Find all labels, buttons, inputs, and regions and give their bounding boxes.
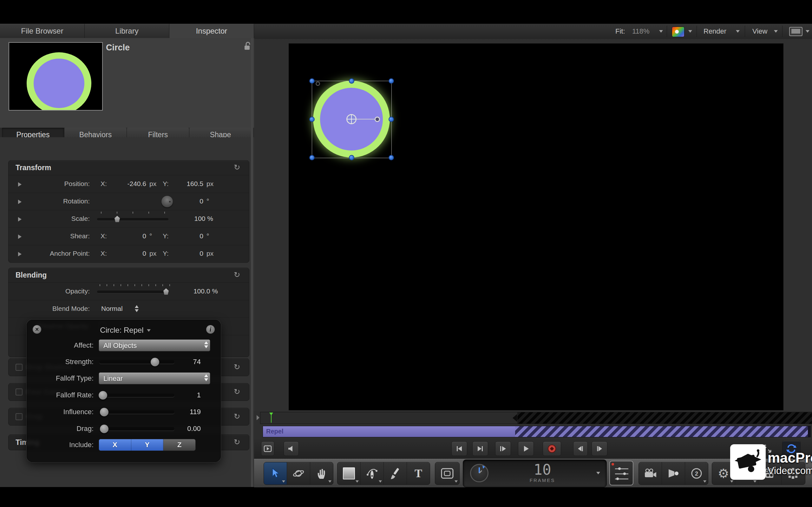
shear-x-value[interactable]: 0 xyxy=(109,232,146,240)
opacity-value[interactable]: 100.0 % xyxy=(167,287,218,295)
include-y-button[interactable]: Y xyxy=(131,439,164,451)
render-menu[interactable]: Render xyxy=(704,27,726,36)
play-range-end-marker[interactable] xyxy=(513,414,517,422)
tab-inspector[interactable]: Inspector xyxy=(169,24,254,38)
transform-header: Transform ↺ xyxy=(9,161,249,175)
falloff-type-dropdown[interactable]: Linear xyxy=(99,372,210,384)
chevron-down-icon[interactable] xyxy=(596,472,600,474)
drag-slider-knob[interactable] xyxy=(100,425,108,433)
anchor-point-handle[interactable] xyxy=(346,114,357,124)
falloff-rate-slider-knob[interactable] xyxy=(99,391,107,400)
timing-reset-icon[interactable]: ↺ xyxy=(234,438,240,447)
tab-library[interactable]: Library xyxy=(85,24,169,38)
crop-reset-icon[interactable]: ↺ xyxy=(234,412,240,421)
window-layout-icon[interactable] xyxy=(789,27,803,36)
selection-handle-mid-left[interactable] xyxy=(309,117,315,122)
shear-y-value[interactable]: 0 xyxy=(167,232,203,240)
audio-mute-button[interactable] xyxy=(284,441,299,456)
step-forward-button[interactable] xyxy=(592,441,607,456)
pan-tool[interactable] xyxy=(310,462,333,485)
step-back-button[interactable] xyxy=(573,441,588,456)
chevron-down-icon[interactable] xyxy=(736,30,740,33)
scale-slider-track[interactable] xyxy=(97,218,168,221)
include-z-button[interactable]: Z xyxy=(163,439,195,451)
go-to-end-button[interactable] xyxy=(472,441,488,456)
inspector-scrollbar[interactable] xyxy=(251,38,253,487)
playhead[interactable] xyxy=(271,413,271,423)
selection-handle-bottom-center[interactable] xyxy=(349,155,354,160)
blending-title: Blending xyxy=(15,271,47,279)
show-timeline-button[interactable] xyxy=(261,441,274,456)
select-tool[interactable] xyxy=(264,462,287,485)
blending-reset-icon[interactable]: ↺ xyxy=(234,270,240,279)
new-generator-button[interactable]: 2 xyxy=(685,462,708,485)
selection-handle-top-right[interactable] xyxy=(389,78,394,83)
influence-slider-knob[interactable] xyxy=(100,408,108,416)
transform-reset-icon[interactable]: ↺ xyxy=(234,163,240,172)
selection-handle-bottom-right[interactable] xyxy=(389,155,394,160)
four-corner-reset-icon[interactable]: ↺ xyxy=(234,387,240,396)
affect-dropdown[interactable]: All Objects xyxy=(99,339,210,351)
mask-tool[interactable] xyxy=(435,462,459,485)
zoom-level-value[interactable]: 118% xyxy=(632,27,650,36)
position-x-value[interactable]: -240.6 xyxy=(109,180,146,187)
crop-checkbox[interactable] xyxy=(15,413,22,420)
blend-mode-value[interactable]: Normal xyxy=(101,305,123,313)
rotation-handle[interactable] xyxy=(374,117,380,122)
selection-handle-top-left[interactable] xyxy=(309,78,315,83)
falloff-type-label: Falloff Type: xyxy=(27,374,94,383)
chevron-down-icon[interactable] xyxy=(806,30,809,33)
four-corner-checkbox[interactable] xyxy=(15,389,22,395)
bezier-tool[interactable] xyxy=(361,462,384,485)
paintbrush-tool[interactable] xyxy=(384,462,407,485)
selection-handle-bottom-left[interactable] xyxy=(309,155,315,160)
new-camera-button[interactable] xyxy=(639,462,662,485)
behavior-track-bar[interactable]: Repel xyxy=(263,426,515,437)
project-duration-display[interactable]: 10 FRAMES xyxy=(463,459,607,487)
include-axis-segmented-control: X Y Z xyxy=(99,439,196,451)
canvas-toolbar: Fit: 118% Render View xyxy=(254,24,812,39)
strength-slider-knob[interactable] xyxy=(151,358,159,366)
fit-label[interactable]: Fit: xyxy=(615,27,625,36)
position-y-value[interactable]: 160.5 xyxy=(167,180,203,187)
drop-shadow-checkbox[interactable] xyxy=(15,364,22,371)
timeline-in-marker[interactable] xyxy=(257,415,259,420)
selection-handle-mid-right[interactable] xyxy=(389,117,394,122)
anchor-y-value[interactable]: 0 xyxy=(167,250,203,257)
3d-transform-tool[interactable] xyxy=(287,462,310,485)
chevron-down-icon[interactable] xyxy=(774,30,778,33)
scale-value[interactable]: 100 % xyxy=(167,215,213,222)
play-from-start-button[interactable] xyxy=(495,441,511,456)
play-button[interactable] xyxy=(518,441,534,456)
anchor-x-value[interactable]: 0 xyxy=(109,250,146,257)
x-label: X: xyxy=(101,232,107,240)
behavior-track[interactable]: Repel xyxy=(263,426,811,437)
record-button[interactable] xyxy=(543,441,561,456)
rectangle-tool[interactable] xyxy=(338,462,361,485)
transform-tools-group xyxy=(264,462,334,485)
rotation-value[interactable]: 0 xyxy=(167,198,203,205)
stepper-icon[interactable] xyxy=(134,304,139,313)
falloff-type-value: Linear xyxy=(103,375,123,383)
hud-title[interactable]: Circle: Repel xyxy=(27,326,220,335)
app-window: File Browser Library Inspector Circle Pr… xyxy=(0,0,812,507)
go-to-start-button[interactable] xyxy=(451,441,467,456)
new-light-button[interactable] xyxy=(662,462,685,485)
drop-shadow-reset-icon[interactable]: ↺ xyxy=(234,362,240,372)
view-menu[interactable]: View xyxy=(752,27,767,36)
timeline-ruler[interactable] xyxy=(260,412,812,424)
scale-slider-knob[interactable] xyxy=(114,216,120,222)
selection-handle-top-center[interactable] xyxy=(349,78,354,83)
include-x-button[interactable]: X xyxy=(99,439,131,451)
rotation-label: Rotation: xyxy=(9,198,90,205)
chevron-down-icon[interactable] xyxy=(688,30,692,33)
tab-file-browser[interactable]: File Browser xyxy=(0,24,85,38)
hud-window[interactable]: × Circle: Repel i Affect: All Objects St… xyxy=(27,320,221,462)
show-hud-button[interactable] xyxy=(609,461,633,486)
opacity-slider-track[interactable] xyxy=(97,291,168,293)
text-tool[interactable]: T xyxy=(407,462,430,485)
chevron-down-icon[interactable] xyxy=(659,30,663,33)
color-channels-icon[interactable] xyxy=(672,26,684,37)
canvas-zone: Fit: 118% Render View xyxy=(254,24,812,487)
hud-info-button[interactable]: i xyxy=(206,325,215,334)
